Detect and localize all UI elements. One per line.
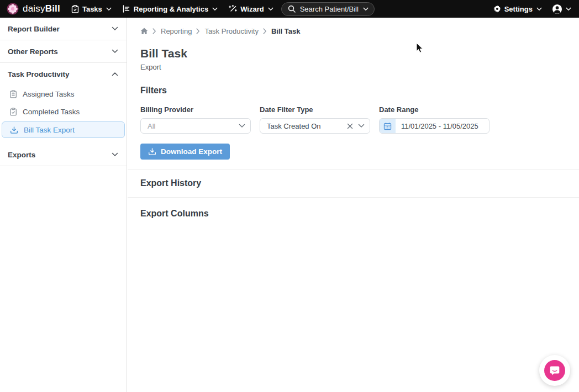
nav-settings[interactable]: Settings	[493, 5, 542, 13]
divider	[0, 166, 127, 166]
clipboard-icon	[9, 90, 17, 98]
date-filter-type-value: Task Created On	[267, 122, 347, 130]
account-menu[interactable]	[552, 4, 571, 14]
breadcrumb-separator	[196, 28, 200, 34]
chevron-down-icon	[358, 124, 365, 128]
billing-provider-group: Billing Provider All	[140, 105, 251, 134]
user-avatar-icon	[552, 4, 562, 14]
sidebar-section-exports[interactable]: Exports	[0, 144, 127, 166]
main-content: Reporting Task Productivity Bill Task Bi…	[128, 18, 579, 392]
date-range-group: Date Range 11/01/2025 - 11/05/2025	[379, 105, 489, 134]
chart-icon	[123, 5, 130, 13]
sidebar-item-assigned-tasks[interactable]: Assigned Tasks	[0, 85, 127, 103]
date-range-label: Date Range	[379, 105, 489, 114]
chat-bubble-icon	[544, 360, 565, 381]
sidebar-item-bill-task-export[interactable]: Bill Task Export	[2, 121, 125, 138]
nav-wizard-label: Wizard	[240, 5, 264, 13]
export-history-heading: Export History	[128, 169, 579, 197]
date-range-value: 11/01/2025 - 11/05/2025	[396, 122, 478, 130]
sidebar-section-report-builder[interactable]: Report Builder	[0, 18, 127, 40]
section-label: Other Reports	[8, 47, 58, 56]
gear-icon	[493, 5, 501, 13]
date-range-input[interactable]: 11/01/2025 - 11/05/2025	[379, 118, 489, 134]
chevron-down-icon	[566, 7, 571, 11]
daisybill-flower-icon	[7, 3, 19, 15]
chevron-down-icon	[239, 124, 245, 128]
sidebar-item-label: Completed Tasks	[23, 108, 80, 116]
nav-tasks-label: Tasks	[82, 5, 102, 13]
date-filter-type-label: Date Filter Type	[260, 105, 370, 114]
date-filter-type-group: Date Filter Type Task Created On	[260, 105, 370, 134]
chevron-down-icon	[112, 49, 118, 54]
nav-tasks[interactable]: Tasks	[71, 5, 112, 13]
breadcrumb-task-productivity[interactable]: Task Productivity	[204, 27, 259, 35]
export-columns-heading: Export Columns	[128, 198, 579, 227]
filters-row: Billing Provider All Date Filter Type Ta…	[140, 105, 579, 134]
breadcrumb-current: Bill Task	[271, 27, 301, 35]
nav-settings-label: Settings	[504, 5, 533, 13]
nav-reporting-label: Reporting & Analytics	[134, 5, 208, 13]
breadcrumb-reporting[interactable]: Reporting	[161, 27, 192, 35]
section-label: Report Builder	[8, 25, 60, 33]
brand-name: daisyBill	[23, 3, 60, 14]
sidebar-item-label: Bill Task Export	[24, 126, 75, 134]
chevron-up-icon	[112, 72, 118, 76]
clipboard-check-icon	[9, 108, 17, 116]
page-subtitle: Export	[140, 63, 579, 71]
download-export-label: Download Export	[161, 147, 222, 156]
breadcrumb-separator	[263, 28, 267, 34]
breadcrumb-separator	[152, 28, 156, 34]
top-navbar: daisyBill Tasks Reporting & Analytics	[0, 0, 579, 18]
home-icon[interactable]	[140, 28, 148, 35]
sidebar-section-task-productivity[interactable]: Task Productivity	[0, 63, 127, 85]
clear-icon[interactable]	[347, 123, 353, 129]
download-icon	[10, 126, 18, 134]
chevron-down-icon	[112, 27, 118, 31]
search-label: Search Patient/Bill	[300, 5, 359, 13]
sidebar-item-completed-tasks[interactable]: Completed Tasks	[0, 103, 127, 120]
chevron-down-icon	[112, 152, 118, 157]
breadcrumb: Reporting Task Productivity Bill Task	[128, 18, 579, 35]
clipboard-icon	[71, 5, 79, 13]
section-label: Exports	[8, 151, 35, 159]
date-filter-type-select[interactable]: Task Created On	[260, 118, 370, 134]
chevron-down-icon	[363, 7, 369, 11]
sidebar-item-label: Assigned Tasks	[23, 90, 75, 98]
billing-provider-label: Billing Provider	[140, 105, 251, 114]
brand-logo[interactable]: daisyBill	[7, 3, 60, 15]
nav-wizard[interactable]: Wizard	[229, 5, 273, 13]
billing-provider-value: All	[148, 122, 239, 130]
search-patient-bill[interactable]: Search Patient/Bill	[281, 2, 375, 16]
calendar-icon[interactable]	[380, 119, 396, 133]
section-label: Task Productivity	[8, 70, 70, 78]
chevron-down-icon	[536, 7, 542, 11]
chevron-down-icon	[106, 7, 112, 11]
sidebar-section-other-reports[interactable]: Other Reports	[0, 40, 127, 62]
chevron-down-icon	[212, 7, 218, 11]
chat-widget-launcher[interactable]	[539, 355, 570, 386]
search-icon	[288, 5, 296, 13]
download-icon	[148, 147, 156, 156]
download-export-button[interactable]: Download Export	[140, 144, 230, 160]
filters-heading: Filters	[140, 86, 579, 96]
nav-reporting-analytics[interactable]: Reporting & Analytics	[123, 5, 218, 13]
chevron-down-icon	[268, 7, 273, 11]
reports-sidebar: Report Builder Other Reports Task Produc…	[0, 18, 127, 392]
page-title: Bill Task	[140, 47, 579, 60]
billing-provider-select[interactable]: All	[140, 118, 251, 134]
magic-wand-icon	[229, 5, 237, 13]
